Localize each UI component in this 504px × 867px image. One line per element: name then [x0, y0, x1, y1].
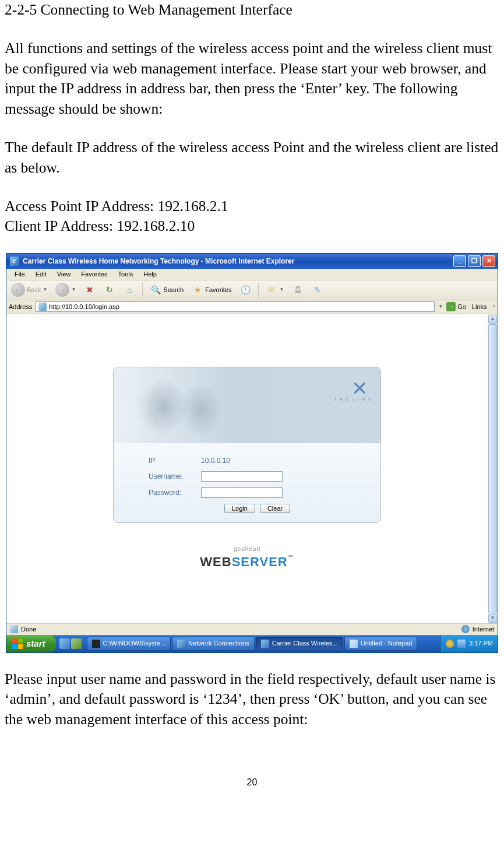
menu-tools[interactable]: Tools: [114, 269, 138, 280]
back-label: Back: [27, 286, 41, 294]
trademark-icon: ™: [288, 554, 294, 560]
username-label: Username:: [125, 472, 201, 481]
section-title: 2-2-5 Connecting to Web Management Inter…: [5, 0, 499, 20]
status-zone: Internet: [473, 625, 494, 634]
refresh-button[interactable]: ↻: [101, 283, 118, 297]
window-title: Carrier Class Wireless Home Networking T…: [23, 257, 294, 266]
webserver-logo: goahead WEBSERVER™: [200, 545, 294, 570]
start-label: start: [26, 638, 45, 650]
scrollbar-track[interactable]: ▲ ▼: [488, 314, 498, 623]
ie-icon: [10, 257, 19, 266]
tray-icon[interactable]: [446, 640, 454, 648]
page-content: ▲ ▼ ✕ T A S L I N K IP 10.0.0.10 Usernam…: [6, 314, 498, 623]
clear-button[interactable]: Clear: [260, 504, 290, 513]
go-button[interactable]: → Go: [446, 302, 466, 311]
ie-quicklaunch-icon[interactable]: [59, 638, 70, 649]
search-icon: 🔍: [150, 284, 161, 296]
statusbar: Done Internet: [6, 623, 498, 635]
task-item-cmd[interactable]: C:\WINDOWS\syste...: [87, 637, 171, 651]
links-chevron-icon[interactable]: »: [493, 304, 495, 310]
print-button[interactable]: 🖶: [290, 283, 306, 297]
server-label: SERVER: [232, 554, 288, 569]
start-button[interactable]: start: [6, 635, 56, 652]
ap-ip-line: Access Point IP Address: 192.168.2.1: [5, 196, 499, 216]
paragraph-credentials: Please input user name and password in t…: [5, 669, 499, 729]
desktop-quicklaunch-icon[interactable]: [71, 638, 82, 649]
home-icon: ⌂: [124, 284, 135, 296]
forward-arrow-icon: →: [55, 283, 69, 297]
password-input[interactable]: [201, 487, 283, 498]
paragraph-intro: All functions and settings of the wirele…: [5, 38, 499, 119]
mail-button[interactable]: ✉ ▼: [263, 283, 286, 297]
task-item-notepad[interactable]: Untitled - Notepad: [344, 637, 418, 651]
stop-icon: ✖: [84, 284, 96, 296]
stop-button[interactable]: ✖: [82, 283, 98, 297]
chevron-down-icon: ▼: [279, 287, 284, 293]
system-tray: 3:17 PM: [440, 635, 498, 652]
scroll-up-button[interactable]: ▲: [488, 315, 497, 324]
go-arrow-icon: →: [446, 302, 456, 311]
username-input[interactable]: [201, 471, 283, 482]
ip-value: 10.0.0.10: [201, 456, 230, 465]
address-bar: Address http://10.0.0.10/login.asp ▼ → G…: [6, 300, 498, 314]
favorites-button[interactable]: ★ Favorites: [189, 283, 234, 297]
address-label: Address: [9, 303, 32, 311]
menu-file[interactable]: File: [10, 269, 30, 280]
scroll-thumb[interactable]: [488, 324, 497, 613]
task-label: Network Connections: [188, 639, 249, 648]
go-label: Go: [457, 303, 466, 311]
refresh-icon: ↻: [104, 284, 115, 296]
quick-launch: [56, 638, 85, 649]
links-label[interactable]: Links: [470, 303, 489, 311]
clock[interactable]: 3:17 PM: [469, 639, 493, 648]
menu-view[interactable]: View: [52, 269, 76, 280]
toolbar-separator: [142, 283, 143, 297]
minimize-button[interactable]: _: [453, 255, 466, 267]
task-item-network[interactable]: Network Connections: [172, 637, 255, 651]
address-input[interactable]: http://10.0.0.10/login.asp: [36, 301, 435, 312]
password-label: Password:: [125, 488, 201, 497]
scroll-down-button[interactable]: ▼: [488, 614, 497, 623]
maximize-button[interactable]: ❐: [468, 255, 481, 267]
print-icon: 🖶: [292, 284, 304, 296]
task-label: Carrier Class Wireles...: [272, 639, 338, 648]
edit-button[interactable]: ✎: [309, 283, 326, 297]
tray-network-icon[interactable]: [457, 640, 466, 648]
login-button[interactable]: Login: [224, 504, 255, 513]
menu-edit[interactable]: Edit: [31, 269, 51, 280]
taskbar: start C:\WINDOWS\syste... Network Connec…: [6, 635, 498, 652]
back-arrow-icon: ←: [11, 283, 25, 297]
notepad-icon: [350, 640, 358, 648]
forward-button[interactable]: → ▼: [53, 282, 78, 298]
search-button[interactable]: 🔍 Search: [147, 283, 186, 297]
done-icon: [10, 625, 18, 633]
status-text: Done: [21, 625, 36, 634]
browser-window: Carrier Class Wireless Home Networking T…: [6, 253, 498, 653]
paragraph-default-ip: The default IP address of the wireless a…: [5, 138, 499, 178]
back-button[interactable]: ← Back ▼: [9, 282, 50, 298]
close-button[interactable]: ✕: [482, 255, 495, 267]
page-icon: [38, 303, 47, 311]
chevron-down-icon: ▼: [71, 287, 76, 293]
task-label: Untitled - Notepad: [361, 639, 413, 648]
address-dropdown-icon[interactable]: ▼: [438, 304, 443, 310]
star-icon: ★: [192, 284, 203, 296]
address-value: http://10.0.0.10/login.asp: [49, 303, 119, 311]
home-button[interactable]: ⌂: [121, 283, 138, 297]
menu-favorites[interactable]: Favorites: [76, 269, 112, 280]
menubar: File Edit View Favorites Tools Help: [6, 269, 498, 280]
titlebar: Carrier Class Wireless Home Networking T…: [6, 254, 498, 269]
history-button[interactable]: 🕘: [237, 283, 253, 297]
mail-icon: ✉: [266, 284, 277, 296]
task-item-browser[interactable]: Carrier Class Wireles...: [256, 637, 343, 651]
brand-subtext: T A S L I N K: [334, 396, 372, 402]
cmd-icon: [92, 640, 100, 648]
task-items: C:\WINDOWS\syste... Network Connections …: [85, 637, 441, 651]
goahead-label: goahead: [200, 545, 294, 553]
ip-label: IP: [125, 456, 201, 465]
web-label: WEB: [200, 554, 231, 569]
menu-help[interactable]: Help: [139, 269, 161, 280]
task-label: C:\WINDOWS\syste...: [103, 639, 166, 648]
client-ip-line: Client IP Address: 192.168.2.10: [5, 216, 499, 236]
windows-logo-icon: [12, 638, 23, 649]
